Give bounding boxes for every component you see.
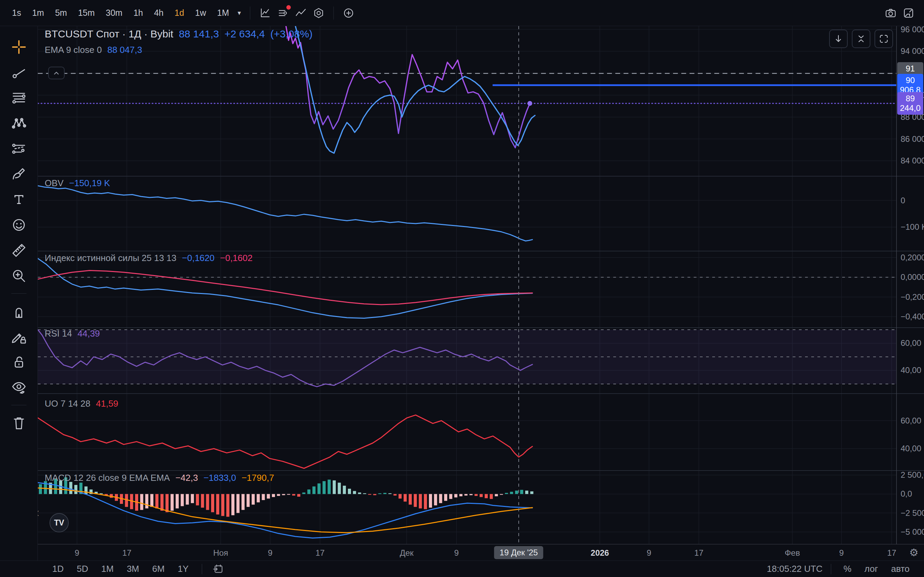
legend-obv[interactable]: OBV−150,19 K xyxy=(45,178,110,189)
tool-zoom-in-icon[interactable] xyxy=(11,268,27,284)
legend-macd[interactable]: MACD 12 26 close 9 EMA EMA−42,3−1833,0−1… xyxy=(45,472,274,483)
maximize-pane-button[interactable] xyxy=(874,29,893,48)
divider xyxy=(11,405,26,405)
tool-text-icon[interactable] xyxy=(11,192,27,208)
compare-icon[interactable] xyxy=(293,5,309,21)
range-3M[interactable]: 3M xyxy=(122,562,144,576)
legend-tsi[interactable]: Индекс истинной силы 25 13 13−0,1620−0,1… xyxy=(45,253,253,263)
time-axis-label: 9 xyxy=(74,548,79,558)
pane-controls xyxy=(829,29,893,48)
range-6M[interactable]: 6M xyxy=(147,562,170,576)
minimize-icon[interactable] xyxy=(901,5,916,21)
collapse-pane-button[interactable] xyxy=(852,29,871,48)
range-5D[interactable]: 5D xyxy=(72,562,93,576)
auto-scale-button[interactable]: авто xyxy=(887,562,914,576)
tool-trend-line-icon[interactable] xyxy=(11,64,27,81)
percent-scale-button[interactable]: % xyxy=(840,562,856,576)
time-axis-label: 17 xyxy=(123,548,132,558)
log-scale-button[interactable]: лог xyxy=(860,562,882,576)
tool-ruler-icon[interactable] xyxy=(11,242,27,258)
legend-label: EMA 9 close 0 xyxy=(45,45,102,55)
time-axis-label: 9 xyxy=(839,548,843,558)
chart-style-icon[interactable] xyxy=(257,5,273,21)
timeframe-1m[interactable]: 1m xyxy=(27,5,48,21)
tool-hide-drawings-icon[interactable] xyxy=(11,379,27,395)
price-axis-label: −0,4000 xyxy=(901,312,924,321)
camera-icon[interactable] xyxy=(883,5,898,21)
legend-row: RSI 1444,39 xyxy=(45,328,100,339)
timeframe-5m[interactable]: 5m xyxy=(50,5,71,21)
indicators-icon[interactable] xyxy=(275,5,291,21)
legend-price[interactable]: BTCUSDT Спот · 1Д · Bybit88 141,3+2 634,… xyxy=(45,28,312,55)
timeframe-menu-caret[interactable]: ▾ xyxy=(236,9,243,17)
top-toolbar-left: 1s1m5m15m30m1h4h1d1w1M▾ xyxy=(8,5,357,21)
top-toolbar: 1s1m5m15m30m1h4h1d1w1M▾ xyxy=(0,0,924,26)
legend-rsi[interactable]: RSI 1444,39 xyxy=(45,328,100,339)
move-pane-down-button[interactable] xyxy=(829,29,848,48)
tool-projection-icon[interactable] xyxy=(11,141,27,156)
timeframe-15m[interactable]: 15m xyxy=(74,5,99,21)
timeframe-1h[interactable]: 1h xyxy=(129,5,147,21)
price-axis-label: 0,0000 xyxy=(901,272,924,282)
tool-magnet-icon[interactable] xyxy=(11,303,27,319)
legend-label: RSI 14 xyxy=(45,328,72,339)
timeframe-1M[interactable]: 1M xyxy=(213,5,234,21)
tool-trash-icon[interactable] xyxy=(11,415,27,431)
timeframe-30m[interactable]: 30m xyxy=(102,5,127,21)
divider xyxy=(831,564,831,574)
price-axis-label: −100 K xyxy=(901,222,924,232)
price-axis-label: −0,2000 xyxy=(901,292,924,302)
chart-canvas[interactable] xyxy=(0,0,924,577)
time-axis[interactable]: 917Ноя917Дек92026917Фев91719 Дек '25⚙ xyxy=(0,544,924,561)
range-1M[interactable]: 1M xyxy=(97,562,119,576)
tradingview-logo[interactable]: TV xyxy=(50,513,69,532)
legend-row: BTCUSDT Спот · 1Д · Bybit88 141,3+2 634,… xyxy=(45,28,312,40)
price-axis-label: 94 000,0 xyxy=(901,47,924,56)
tool-draw-lock-icon[interactable] xyxy=(11,329,27,345)
legend-value: 88 141,3 xyxy=(179,28,219,40)
scale-group: 18:05:22 UTC %логавто xyxy=(767,562,914,576)
price-axis-label: 60,00 xyxy=(901,416,921,425)
timeframe-1d[interactable]: 1d xyxy=(170,5,189,21)
legend-value: −0,1602 xyxy=(220,253,253,263)
timeframe-1s[interactable]: 1s xyxy=(8,5,26,21)
price-axis-label: 86 000,0 xyxy=(901,134,924,144)
legend-row: OBV−150,19 K xyxy=(45,178,110,189)
legend-value: −1790,7 xyxy=(242,472,274,483)
add-icon[interactable] xyxy=(341,5,357,21)
price-axis-label: 0,2000 xyxy=(901,253,924,263)
price-badge: 89 244,0 xyxy=(897,92,923,115)
bottom-toolbar: 1D5D1M3M6M1Y 18:05:22 UTC %логавто xyxy=(0,561,924,577)
tool-lock-icon[interactable] xyxy=(11,354,27,370)
legend-collapse-button[interactable] xyxy=(48,67,65,79)
timeframe-4h[interactable]: 4h xyxy=(150,5,168,21)
legend-row: UO 7 14 2841,59 xyxy=(45,398,118,409)
divider xyxy=(333,6,334,19)
range-1Y[interactable]: 1Y xyxy=(173,562,194,576)
price-axis-label: −2 500,0 xyxy=(901,508,924,518)
legend-row: MACD 12 26 close 9 EMA EMA−42,3−1833,0−1… xyxy=(45,472,274,483)
goto-date-icon[interactable] xyxy=(210,561,226,577)
price-axis-label: 0,0 xyxy=(901,489,912,499)
axis-settings-icon[interactable]: ⚙ xyxy=(909,546,919,558)
tool-brush-icon[interactable] xyxy=(11,166,27,182)
legend-uo[interactable]: UO 7 14 2841,59 xyxy=(45,398,118,409)
clock[interactable]: 18:05:22 UTC xyxy=(767,564,822,574)
scale-buttons: %логавто xyxy=(840,562,914,576)
legend-value: −0,1620 xyxy=(182,253,215,263)
tool-xabcd-pattern-icon[interactable] xyxy=(11,115,27,131)
legend-row: Индекс истинной силы 25 13 13−0,1620−0,1… xyxy=(45,253,253,263)
divider xyxy=(202,564,202,574)
tool-emoji-icon[interactable] xyxy=(11,217,27,233)
tool-fib-lines-icon[interactable] xyxy=(11,90,27,106)
time-axis-label: Ноя xyxy=(213,548,228,558)
price-axis-label: 84 000,0 xyxy=(901,156,924,166)
price-axis-label: 2 500,0 xyxy=(901,470,924,480)
tool-crosshair-icon[interactable] xyxy=(11,39,27,55)
timeframe-1w[interactable]: 1w xyxy=(191,5,211,21)
price-axis-label: −5 000,0 xyxy=(901,527,924,537)
settings-icon[interactable] xyxy=(311,5,326,21)
range-1D[interactable]: 1D xyxy=(47,562,68,576)
time-axis-label: 17 xyxy=(315,548,325,558)
time-axis-label: 17 xyxy=(695,548,704,558)
